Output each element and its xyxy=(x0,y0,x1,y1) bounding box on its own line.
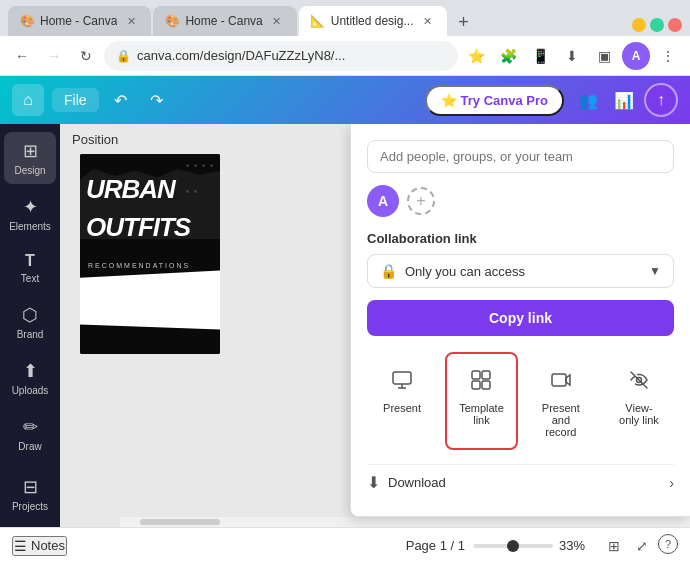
download-left: ⬇ Download xyxy=(367,473,446,492)
download-chevron-icon: › xyxy=(669,475,674,491)
app: ⌂ File ↶ ↷ ⭐ Try Canva Pro 👥 📊 ↑ ⊞ Desig… xyxy=(0,76,690,563)
forward-button[interactable]: → xyxy=(40,42,68,70)
add-people-input[interactable] xyxy=(367,140,674,173)
bookmark-icon[interactable]: ⭐ xyxy=(462,42,490,70)
redo-button[interactable]: ↷ xyxy=(143,86,171,114)
zoom-value: 33% xyxy=(559,538,594,553)
copy-link-button[interactable]: Copy link xyxy=(367,300,674,336)
browser-window: 🎨 Home - Canva ✕ 🎨 Home - Canva ✕ 📐 Unti… xyxy=(0,0,690,76)
tab-3-close[interactable]: ✕ xyxy=(419,13,435,29)
design-outfits-text: OUTFITS xyxy=(86,214,190,240)
design-content: URBAN OUTFITS RECOMMENDATIONS xyxy=(80,154,220,354)
svg-rect-5 xyxy=(472,381,480,389)
home-button[interactable]: ⌂ xyxy=(12,84,44,116)
save-to-phone-icon[interactable]: 📱 xyxy=(526,42,554,70)
refresh-button[interactable]: ↻ xyxy=(72,42,100,70)
sidebar-item-brand[interactable]: ⬡ Brand xyxy=(4,296,56,348)
sidebar-draw-label: Draw xyxy=(18,441,41,452)
sidebar-uploads-label: Uploads xyxy=(12,385,49,396)
present-record-icon xyxy=(545,364,577,396)
tab-3-title: Untitled desig... xyxy=(331,14,414,28)
sidebar-item-uploads[interactable]: ⬆ Uploads xyxy=(4,352,56,404)
sidebar-item-text[interactable]: T Text xyxy=(4,244,56,292)
lock-icon: 🔒 xyxy=(116,49,131,63)
tab-1-favicon: 🎨 xyxy=(20,14,34,28)
present-icon xyxy=(386,364,418,396)
present-label: Present xyxy=(383,402,421,414)
try-pro-label: Try Canva Pro xyxy=(461,93,548,108)
undo-button[interactable]: ↶ xyxy=(107,86,135,114)
canvas-design: URBAN OUTFITS RECOMMENDATIONS xyxy=(80,154,220,354)
share-panel: A + Collaboration link 🔒 Only you can ac… xyxy=(350,124,690,517)
try-pro-button[interactable]: ⭐ Try Canva Pro xyxy=(425,85,564,116)
sidebar-item-projects[interactable]: ⊟ Projects xyxy=(4,468,56,520)
dots-pattern xyxy=(186,164,216,214)
tab-2-title: Home - Canva xyxy=(185,14,262,28)
position-label: Position xyxy=(72,132,118,147)
tab-1[interactable]: 🎨 Home - Canva ✕ xyxy=(8,6,151,36)
present-record-option[interactable]: Present and record xyxy=(526,352,596,450)
zoom-control: 33% xyxy=(473,538,594,553)
app-main: ⊞ Design ✦ Elements T Text ⬡ Brand ⬆ Upl… xyxy=(0,124,690,527)
svg-rect-7 xyxy=(552,374,566,386)
design-torn-strip2 xyxy=(80,289,220,329)
download-row[interactable]: ⬇ Download › xyxy=(367,464,674,500)
text-icon: T xyxy=(25,252,35,270)
zoom-slider[interactable] xyxy=(473,544,553,548)
draw-icon: ✏ xyxy=(23,416,38,438)
analytics-icon[interactable]: 📊 xyxy=(608,84,640,116)
fullscreen-icon[interactable]: ⤢ xyxy=(630,534,654,558)
tab-3-favicon: 📐 xyxy=(311,14,325,28)
tab-2[interactable]: 🎨 Home - Canva ✕ xyxy=(153,6,296,36)
sidebar-item-elements[interactable]: ✦ Elements xyxy=(4,188,56,240)
view-only-option[interactable]: View-only link xyxy=(604,352,674,450)
tab-1-close[interactable]: ✕ xyxy=(123,13,139,29)
download-icon: ⬇ xyxy=(367,473,380,492)
svg-rect-0 xyxy=(393,372,411,384)
view-only-icon xyxy=(623,364,655,396)
page-indicator: Page 1 / 1 xyxy=(406,538,465,553)
close-button[interactable] xyxy=(668,18,682,32)
present-option[interactable]: Present xyxy=(367,352,437,450)
notes-icon: ☰ xyxy=(14,538,27,554)
link-options: Present Template link xyxy=(367,352,674,450)
notes-button[interactable]: ☰ Notes xyxy=(12,536,67,556)
address-bar[interactable]: 🔒 canva.com/design/DAFuZZzLyN8/... xyxy=(104,41,458,71)
people-icon[interactable]: 👥 xyxy=(572,84,604,116)
access-dropdown[interactable]: 🔒 Only you can access ▼ xyxy=(367,254,674,288)
download-manager-icon[interactable]: ⬇ xyxy=(558,42,586,70)
sidebar-item-draw[interactable]: ✏ Draw xyxy=(4,408,56,460)
canvas-area: Position URBAN OUTFITS xyxy=(60,124,690,527)
split-screen-icon[interactable]: ▣ xyxy=(590,42,618,70)
grid-view-icon[interactable]: ⊞ xyxy=(602,534,626,558)
star-icon: ⭐ xyxy=(441,93,457,108)
sidebar-item-design[interactable]: ⊞ Design xyxy=(4,132,56,184)
new-tab-button[interactable]: + xyxy=(449,8,477,36)
extensions-icon[interactable]: 🧩 xyxy=(494,42,522,70)
sidebar-projects-label: Projects xyxy=(12,501,48,512)
zoom-thumb[interactable] xyxy=(507,540,519,552)
horizontal-scrollbar[interactable] xyxy=(120,517,690,527)
share-button[interactable]: ↑ xyxy=(644,83,678,117)
tab-2-close[interactable]: ✕ xyxy=(269,13,285,29)
menu-icon[interactable]: ⋮ xyxy=(654,42,682,70)
minimize-button[interactable] xyxy=(632,18,646,32)
help-icon[interactable]: ? xyxy=(658,534,678,554)
back-button[interactable]: ← xyxy=(8,42,36,70)
add-person-button[interactable]: + xyxy=(407,187,435,215)
projects-icon: ⊟ xyxy=(23,476,38,498)
maximize-button[interactable] xyxy=(650,18,664,32)
tab-1-title: Home - Canva xyxy=(40,14,117,28)
nav-icons: ⭐ 🧩 📱 ⬇ ▣ A ⋮ xyxy=(462,42,682,70)
profile-icon[interactable]: A xyxy=(622,42,650,70)
sidebar-design-label: Design xyxy=(14,165,45,176)
tab-3[interactable]: 📐 Untitled desig... ✕ xyxy=(299,6,448,36)
sidebar: ⊞ Design ✦ Elements T Text ⬡ Brand ⬆ Upl… xyxy=(0,124,60,527)
template-link-option[interactable]: Template link xyxy=(445,352,518,450)
design-urban-text: URBAN xyxy=(86,176,175,202)
user-avatar: A xyxy=(367,185,399,217)
sidebar-text-label: Text xyxy=(21,273,39,284)
template-icon xyxy=(465,364,497,396)
design-icon: ⊞ xyxy=(23,140,38,162)
file-menu[interactable]: File xyxy=(52,88,99,112)
